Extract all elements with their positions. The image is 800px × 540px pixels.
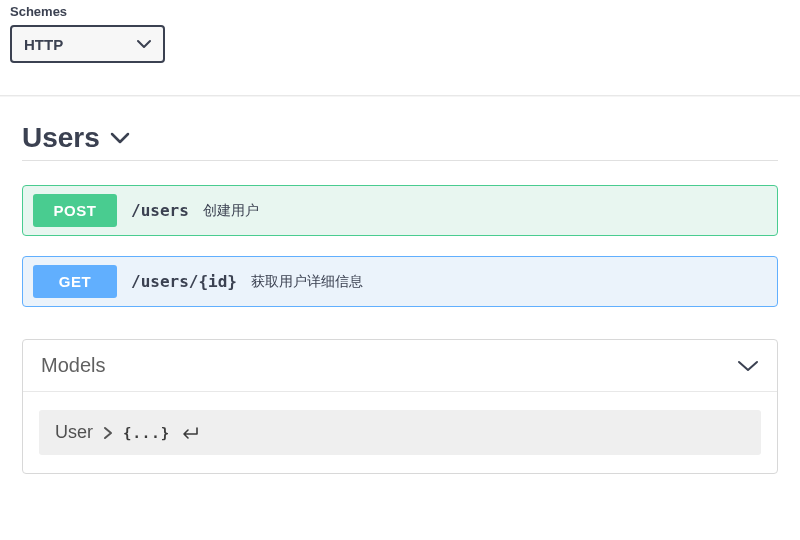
operation-path: /users (131, 201, 189, 220)
operation-get-users-id[interactable]: GET /users/{id} 获取用户详细信息 (22, 256, 778, 307)
schemes-label: Schemes (10, 4, 790, 19)
models-header[interactable]: Models (23, 340, 777, 392)
section-title: Users (22, 122, 100, 154)
chevron-down-icon (737, 359, 759, 373)
main-content: Users POST /users 创建用户 GET /users/{id} 获… (0, 96, 800, 474)
newline-icon (180, 426, 200, 440)
scheme-selected-value: HTTP (24, 36, 63, 53)
http-method-badge: GET (33, 265, 117, 298)
chevron-right-icon (103, 426, 113, 440)
schemes-container: Schemes HTTP (0, 0, 800, 81)
operation-post-users[interactable]: POST /users 创建用户 (22, 185, 778, 236)
model-name: User (55, 422, 93, 443)
http-method-badge: POST (33, 194, 117, 227)
section-users-header[interactable]: Users (22, 122, 778, 161)
model-preview: {...} (123, 425, 170, 441)
model-item-user[interactable]: User {...} (39, 410, 761, 455)
operation-path: /users/{id} (131, 272, 237, 291)
models-title: Models (41, 354, 105, 377)
models-section: Models User {...} (22, 339, 778, 474)
operation-summary: 获取用户详细信息 (251, 273, 363, 291)
operation-summary: 创建用户 (203, 202, 259, 220)
chevron-down-icon (137, 39, 151, 49)
scheme-select[interactable]: HTTP (10, 25, 165, 63)
chevron-down-icon (110, 131, 130, 145)
